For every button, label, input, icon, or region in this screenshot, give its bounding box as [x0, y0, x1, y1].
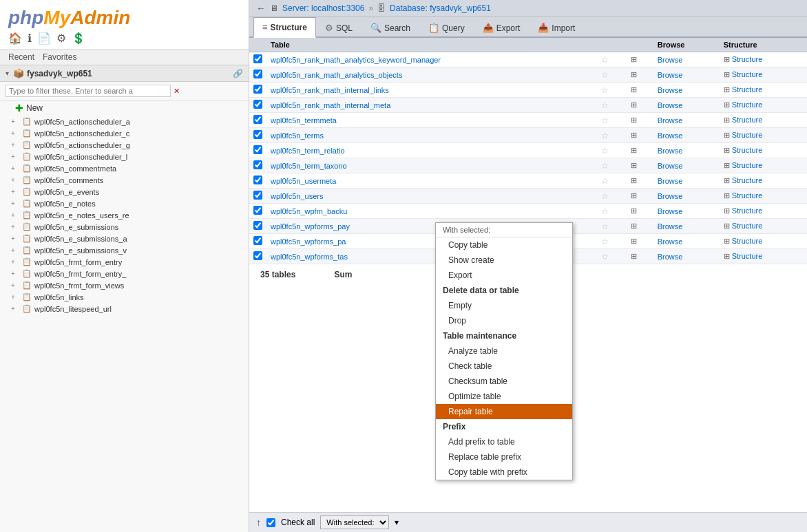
breadcrumb-server[interactable]: Server: localhost:3306 — [282, 3, 364, 13]
tab-sql[interactable]: ⚙ SQL — [316, 17, 361, 38]
structure-link-0[interactable]: Structure — [732, 55, 763, 63]
structure-link-3[interactable]: Structure — [732, 100, 763, 109]
browse-link-4[interactable]: Browse — [658, 116, 683, 125]
table-name-9[interactable]: wpl0fc5n_users — [266, 189, 597, 204]
star-icon-10[interactable]: ☆ — [601, 206, 609, 216]
ctx-export[interactable]: Export — [436, 268, 572, 283]
db-collapse-btn[interactable]: ▾ — [6, 70, 9, 77]
star-icon-13[interactable]: ☆ — [601, 252, 609, 262]
structure-link-4[interactable]: Structure — [732, 116, 763, 124]
db-new-item[interactable]: ✚ New — [0, 100, 249, 116]
table-name-5[interactable]: wpl0fc5n_terms — [266, 128, 597, 143]
row-checkbox-12[interactable] — [253, 236, 262, 245]
ctx-add-prefix[interactable]: Add prefix to table — [436, 434, 572, 449]
browse-link-1[interactable]: Browse — [658, 71, 683, 79]
table-name-8[interactable]: wpl0fc5n_usermeta — [266, 173, 597, 189]
row-checkbox-13[interactable] — [253, 251, 262, 260]
browse-link-6[interactable]: Browse — [658, 147, 683, 155]
browse-link-10[interactable]: Browse — [658, 207, 683, 215]
structure-link-6[interactable]: Structure — [732, 146, 763, 154]
row-checkbox-10[interactable] — [253, 206, 262, 215]
sidebar-item-0[interactable]: + 📋 wpl0fc5n_actionscheduler_a — [0, 116, 249, 127]
sidebar-item-9[interactable]: + 📋 wpl0fc5n_e_submissions — [0, 221, 249, 233]
sidebar-item-4[interactable]: + 📋 wpl0fc5n_commentmeta — [0, 162, 249, 174]
tab-structure[interactable]: ≡ Structure — [253, 17, 316, 38]
star-icon-6[interactable]: ☆ — [601, 146, 609, 156]
structure-link-1[interactable]: Structure — [732, 70, 763, 78]
star-icon-12[interactable]: ☆ — [601, 237, 609, 246]
filter-clear-btn[interactable]: ✕ — [174, 87, 180, 96]
star-icon-8[interactable]: ☆ — [601, 176, 609, 186]
ctx-empty[interactable]: Empty — [436, 298, 572, 313]
browse-link-9[interactable]: Browse — [658, 192, 683, 200]
structure-link-12[interactable]: Structure — [732, 237, 763, 245]
tab-import[interactable]: 📥 Import — [529, 17, 584, 38]
star-icon-4[interactable]: ☆ — [601, 116, 609, 125]
row-checkbox-9[interactable] — [253, 191, 262, 200]
sidebar-item-3[interactable]: + 📋 wpl0fc5n_actionscheduler_l — [0, 151, 249, 162]
sidebar-item-16[interactable]: + 📋 wpl0fc5n_litespeed_url — [0, 303, 249, 315]
ctx-copy-table[interactable]: Copy table — [436, 237, 572, 253]
browse-link-8[interactable]: Browse — [658, 177, 683, 185]
home-icon[interactable]: 🏠 — [8, 32, 22, 45]
browse-link-12[interactable]: Browse — [658, 237, 683, 246]
structure-link-2[interactable]: Structure — [732, 85, 763, 94]
star-icon-11[interactable]: ☆ — [601, 222, 609, 231]
ctx-repair-table[interactable]: Repair table — [436, 404, 572, 419]
sidebar-item-6[interactable]: + 📋 wpl0fc5n_e_events — [0, 186, 249, 198]
doc-icon[interactable]: 📄 — [37, 32, 51, 45]
tab-search[interactable]: 🔍 Search — [361, 17, 419, 38]
sidebar-item-15[interactable]: + 📋 wpl0fc5n_links — [0, 291, 249, 303]
star-icon-7[interactable]: ☆ — [601, 161, 609, 171]
structure-link-7[interactable]: Structure — [732, 161, 763, 169]
settings-icon[interactable]: ⚙ — [56, 32, 66, 45]
browse-link-11[interactable]: Browse — [658, 222, 683, 231]
structure-link-9[interactable]: Structure — [732, 191, 763, 200]
sidebar-item-13[interactable]: + 📋 wpl0fc5n_frmt_form_entry_ — [0, 268, 249, 279]
with-selected-dropdown[interactable]: With selected: — [320, 515, 389, 529]
help-icon[interactable]: ℹ — [28, 32, 32, 45]
breadcrumb-db[interactable]: Database: fysadvyk_wp651 — [390, 3, 491, 13]
star-icon-2[interactable]: ☆ — [601, 85, 609, 95]
row-checkbox-8[interactable] — [253, 175, 262, 184]
ctx-drop[interactable]: Drop — [436, 313, 572, 328]
table-name-2[interactable]: wpl0fc5n_rank_math_internal_links — [266, 83, 597, 98]
table-name-4[interactable]: wpl0fc5n_termmeta — [266, 113, 597, 128]
star-icon-9[interactable]: ☆ — [601, 191, 609, 201]
row-checkbox-1[interactable] — [253, 70, 262, 78]
nav-recent[interactable]: Recent — [8, 52, 34, 62]
star-icon-5[interactable]: ☆ — [601, 131, 609, 140]
browse-link-7[interactable]: Browse — [658, 162, 683, 170]
browse-link-0[interactable]: Browse — [658, 56, 683, 64]
ctx-replace-prefix[interactable]: Replace table prefix — [436, 449, 572, 465]
ctx-optimize-table[interactable]: Optimize table — [436, 389, 572, 404]
back-button[interactable]: ← — [256, 3, 266, 14]
structure-link-13[interactable]: Structure — [732, 252, 763, 260]
sidebar-item-8[interactable]: + 📋 wpl0fc5n_e_notes_users_re — [0, 209, 249, 221]
db-filter-input[interactable] — [6, 85, 171, 97]
sidebar-item-2[interactable]: + 📋 wpl0fc5n_actionscheduler_g — [0, 139, 249, 151]
nav-favorites[interactable]: Favorites — [43, 52, 76, 62]
star-icon-1[interactable]: ☆ — [601, 70, 609, 80]
tab-query[interactable]: 📋 Query — [419, 17, 474, 38]
ctx-analyze-table[interactable]: Analyze table — [436, 343, 572, 359]
row-checkbox-4[interactable] — [253, 115, 262, 124]
browse-link-13[interactable]: Browse — [658, 253, 683, 261]
sidebar-item-14[interactable]: + 📋 wpl0fc5n_frmt_form_views — [0, 279, 249, 291]
sidebar-item-11[interactable]: + 📋 wpl0fc5n_e_submissions_v — [0, 244, 249, 256]
row-checkbox-6[interactable] — [253, 145, 262, 154]
sidebar-item-5[interactable]: + 📋 wpl0fc5n_comments — [0, 174, 249, 186]
structure-link-5[interactable]: Structure — [732, 131, 763, 139]
browse-link-2[interactable]: Browse — [658, 86, 683, 94]
row-checkbox-2[interactable] — [253, 85, 262, 94]
dollar-icon[interactable]: 💲 — [72, 32, 85, 45]
check-all-checkbox[interactable] — [266, 518, 275, 527]
browse-link-5[interactable]: Browse — [658, 131, 683, 140]
row-checkbox-3[interactable] — [253, 100, 262, 109]
row-checkbox-5[interactable] — [253, 130, 262, 139]
browse-link-3[interactable]: Browse — [658, 101, 683, 109]
ctx-check-table[interactable]: Check table — [436, 359, 572, 374]
ctx-copy-prefix[interactable]: Copy table with prefix — [436, 465, 572, 480]
table-name-10[interactable]: wpl0fc5n_wpfm_backu — [266, 204, 597, 219]
db-name-label[interactable]: fysadvyk_wp651 — [27, 69, 92, 78]
